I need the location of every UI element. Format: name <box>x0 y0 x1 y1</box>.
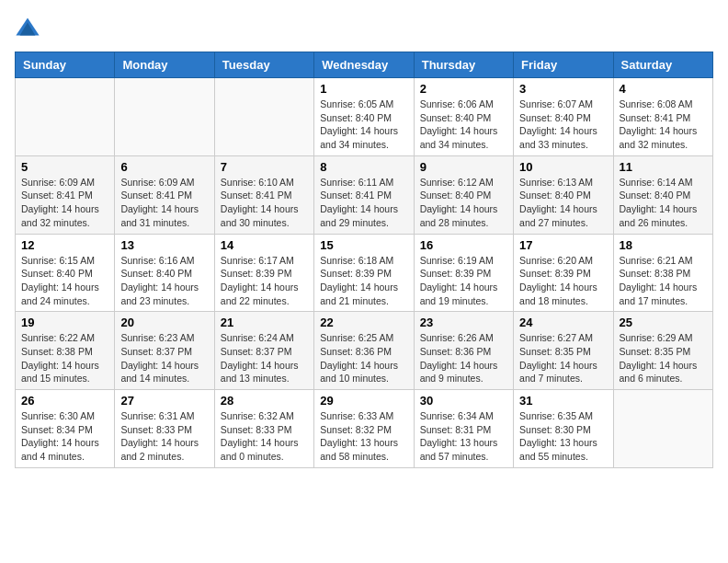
week-row-4: 19Sunrise: 6:22 AM Sunset: 8:38 PM Dayli… <box>16 312 713 390</box>
day-number: 3 <box>519 82 607 96</box>
calendar-cell <box>613 390 712 468</box>
week-row-1: 1Sunrise: 6:05 AM Sunset: 8:40 PM Daylig… <box>16 78 713 156</box>
day-number: 19 <box>21 316 108 329</box>
day-number: 29 <box>320 394 407 408</box>
day-info: Sunrise: 6:05 AM Sunset: 8:40 PM Dayligh… <box>320 98 407 152</box>
day-number: 17 <box>519 238 607 252</box>
day-info: Sunrise: 6:29 AM Sunset: 8:35 PM Dayligh… <box>620 331 707 385</box>
weekday-header-monday: Monday <box>115 52 214 78</box>
day-info: Sunrise: 6:12 AM Sunset: 8:40 PM Dayligh… <box>420 176 507 230</box>
week-row-2: 5Sunrise: 6:09 AM Sunset: 8:41 PM Daylig… <box>16 155 713 234</box>
day-info: Sunrise: 6:33 AM Sunset: 8:32 PM Dayligh… <box>320 409 407 464</box>
calendar-cell: 23Sunrise: 6:26 AM Sunset: 8:36 PM Dayli… <box>414 312 513 390</box>
calendar-cell: 10Sunrise: 6:13 AM Sunset: 8:40 PM Dayli… <box>514 155 613 234</box>
weekday-header-saturday: Saturday <box>613 52 712 78</box>
calendar-cell: 31Sunrise: 6:35 AM Sunset: 8:30 PM Dayli… <box>514 390 613 468</box>
day-number: 27 <box>120 394 208 408</box>
day-info: Sunrise: 6:07 AM Sunset: 8:40 PM Dayligh… <box>519 98 607 152</box>
day-number: 28 <box>221 394 308 408</box>
calendar-cell <box>16 78 115 156</box>
day-info: Sunrise: 6:10 AM Sunset: 8:41 PM Dayligh… <box>221 176 308 230</box>
calendar-cell: 20Sunrise: 6:23 AM Sunset: 8:37 PM Dayli… <box>115 312 214 390</box>
calendar-cell: 13Sunrise: 6:16 AM Sunset: 8:40 PM Dayli… <box>115 234 214 312</box>
day-info: Sunrise: 6:19 AM Sunset: 8:39 PM Dayligh… <box>420 254 507 308</box>
day-number: 8 <box>320 160 407 174</box>
day-number: 2 <box>420 82 507 96</box>
calendar-cell: 29Sunrise: 6:33 AM Sunset: 8:32 PM Dayli… <box>314 390 414 468</box>
day-info: Sunrise: 6:09 AM Sunset: 8:41 PM Dayligh… <box>21 176 108 230</box>
day-number: 4 <box>620 82 707 96</box>
calendar-cell: 3Sunrise: 6:07 AM Sunset: 8:40 PM Daylig… <box>514 78 613 156</box>
day-number: 12 <box>21 238 108 252</box>
day-number: 10 <box>519 160 607 174</box>
day-number: 31 <box>519 394 607 408</box>
weekday-header-sunday: Sunday <box>16 52 115 78</box>
day-info: Sunrise: 6:32 AM Sunset: 8:33 PM Dayligh… <box>221 409 308 464</box>
day-info: Sunrise: 6:06 AM Sunset: 8:40 PM Dayligh… <box>420 98 507 152</box>
day-number: 26 <box>21 394 108 408</box>
weekday-header-row: SundayMondayTuesdayWednesdayThursdayFrid… <box>16 52 713 78</box>
calendar-cell: 27Sunrise: 6:31 AM Sunset: 8:33 PM Dayli… <box>115 390 214 468</box>
day-info: Sunrise: 6:25 AM Sunset: 8:36 PM Dayligh… <box>320 331 407 385</box>
calendar-cell: 8Sunrise: 6:11 AM Sunset: 8:41 PM Daylig… <box>314 155 414 234</box>
calendar-cell: 9Sunrise: 6:12 AM Sunset: 8:40 PM Daylig… <box>414 155 513 234</box>
day-info: Sunrise: 6:14 AM Sunset: 8:40 PM Dayligh… <box>620 176 707 230</box>
calendar: SundayMondayTuesdayWednesdayThursdayFrid… <box>15 52 713 468</box>
page-header <box>15 15 713 40</box>
day-info: Sunrise: 6:17 AM Sunset: 8:39 PM Dayligh… <box>221 254 308 308</box>
calendar-cell: 5Sunrise: 6:09 AM Sunset: 8:41 PM Daylig… <box>16 155 115 234</box>
weekday-header-friday: Friday <box>514 52 613 78</box>
calendar-cell: 1Sunrise: 6:05 AM Sunset: 8:40 PM Daylig… <box>314 78 414 156</box>
day-info: Sunrise: 6:23 AM Sunset: 8:37 PM Dayligh… <box>120 331 208 385</box>
calendar-cell: 7Sunrise: 6:10 AM Sunset: 8:41 PM Daylig… <box>214 155 313 234</box>
day-number: 1 <box>320 82 407 96</box>
calendar-cell <box>214 78 313 156</box>
day-info: Sunrise: 6:09 AM Sunset: 8:41 PM Dayligh… <box>120 176 208 230</box>
calendar-cell: 30Sunrise: 6:34 AM Sunset: 8:31 PM Dayli… <box>414 390 513 468</box>
weekday-header-tuesday: Tuesday <box>214 52 313 78</box>
day-number: 13 <box>120 238 208 252</box>
day-number: 7 <box>221 160 308 174</box>
day-number: 25 <box>620 316 707 329</box>
calendar-cell: 24Sunrise: 6:27 AM Sunset: 8:35 PM Dayli… <box>514 312 613 390</box>
calendar-cell: 26Sunrise: 6:30 AM Sunset: 8:34 PM Dayli… <box>16 390 115 468</box>
day-info: Sunrise: 6:31 AM Sunset: 8:33 PM Dayligh… <box>120 409 208 464</box>
weekday-header-thursday: Thursday <box>414 52 513 78</box>
day-number: 15 <box>320 238 407 252</box>
day-number: 21 <box>221 316 308 329</box>
week-row-5: 26Sunrise: 6:30 AM Sunset: 8:34 PM Dayli… <box>16 390 713 468</box>
day-number: 18 <box>620 238 707 252</box>
calendar-cell: 16Sunrise: 6:19 AM Sunset: 8:39 PM Dayli… <box>414 234 513 312</box>
day-number: 6 <box>120 160 208 174</box>
day-info: Sunrise: 6:30 AM Sunset: 8:34 PM Dayligh… <box>21 409 108 464</box>
day-info: Sunrise: 6:11 AM Sunset: 8:41 PM Dayligh… <box>320 176 407 230</box>
day-info: Sunrise: 6:13 AM Sunset: 8:40 PM Dayligh… <box>519 176 607 230</box>
day-number: 14 <box>221 238 308 252</box>
day-number: 11 <box>620 160 707 174</box>
day-info: Sunrise: 6:24 AM Sunset: 8:37 PM Dayligh… <box>221 331 308 385</box>
day-info: Sunrise: 6:35 AM Sunset: 8:30 PM Dayligh… <box>519 409 607 464</box>
day-info: Sunrise: 6:16 AM Sunset: 8:40 PM Dayligh… <box>120 254 208 308</box>
day-number: 24 <box>519 316 607 329</box>
day-info: Sunrise: 6:20 AM Sunset: 8:39 PM Dayligh… <box>519 254 607 308</box>
calendar-cell: 6Sunrise: 6:09 AM Sunset: 8:41 PM Daylig… <box>115 155 214 234</box>
calendar-cell: 2Sunrise: 6:06 AM Sunset: 8:40 PM Daylig… <box>414 78 513 156</box>
day-number: 16 <box>420 238 507 252</box>
weekday-header-wednesday: Wednesday <box>314 52 414 78</box>
day-number: 23 <box>420 316 507 329</box>
day-info: Sunrise: 6:34 AM Sunset: 8:31 PM Dayligh… <box>420 409 507 464</box>
day-info: Sunrise: 6:15 AM Sunset: 8:40 PM Dayligh… <box>21 254 108 308</box>
day-info: Sunrise: 6:22 AM Sunset: 8:38 PM Dayligh… <box>21 331 108 385</box>
calendar-cell: 18Sunrise: 6:21 AM Sunset: 8:38 PM Dayli… <box>613 234 712 312</box>
day-number: 30 <box>420 394 507 408</box>
calendar-cell: 4Sunrise: 6:08 AM Sunset: 8:41 PM Daylig… <box>613 78 712 156</box>
calendar-cell: 28Sunrise: 6:32 AM Sunset: 8:33 PM Dayli… <box>214 390 313 468</box>
day-info: Sunrise: 6:27 AM Sunset: 8:35 PM Dayligh… <box>519 331 607 385</box>
calendar-cell: 22Sunrise: 6:25 AM Sunset: 8:36 PM Dayli… <box>314 312 414 390</box>
calendar-cell: 17Sunrise: 6:20 AM Sunset: 8:39 PM Dayli… <box>514 234 613 312</box>
day-info: Sunrise: 6:18 AM Sunset: 8:39 PM Dayligh… <box>320 254 407 308</box>
calendar-cell: 21Sunrise: 6:24 AM Sunset: 8:37 PM Dayli… <box>214 312 313 390</box>
day-info: Sunrise: 6:26 AM Sunset: 8:36 PM Dayligh… <box>420 331 507 385</box>
day-number: 5 <box>21 160 108 174</box>
day-number: 22 <box>320 316 407 329</box>
